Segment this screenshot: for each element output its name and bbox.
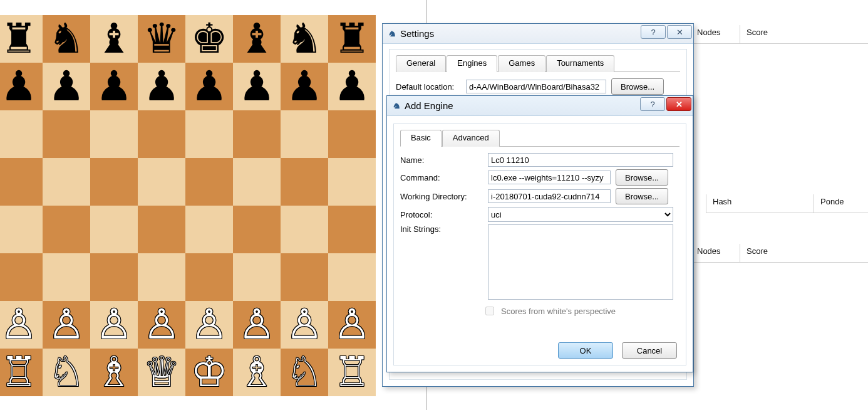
tab-engines[interactable]: Engines	[447, 55, 497, 72]
piece-p[interactable]: ♟	[48, 66, 85, 107]
piece-P[interactable]: ♙	[0, 304, 37, 345]
browse-command-button[interactable]: Browse...	[616, 169, 668, 186]
square-h8[interactable]: ♜	[328, 15, 376, 63]
square-d8[interactable]: ♛	[138, 15, 185, 63]
piece-B[interactable]: ♗	[95, 352, 132, 393]
piece-n[interactable]: ♞	[48, 18, 85, 60]
square-h6[interactable]	[328, 110, 376, 158]
square-f8[interactable]: ♝	[233, 15, 281, 63]
piece-R[interactable]: ♖	[0, 352, 37, 393]
square-f4[interactable]	[233, 206, 281, 253]
piece-P[interactable]: ♙	[238, 304, 275, 345]
browse-workdir-button[interactable]: Browse...	[616, 188, 668, 204]
square-e5[interactable]	[185, 158, 233, 206]
square-d1[interactable]: ♕	[138, 349, 185, 396]
square-d3[interactable]	[138, 253, 185, 301]
column-header-ponder[interactable]: Ponde	[814, 194, 868, 213]
square-e4[interactable]	[185, 206, 233, 253]
piece-b[interactable]: ♝	[95, 18, 132, 60]
column-header-nodes[interactable]: Nodes	[690, 25, 740, 44]
help-button[interactable]: ?	[640, 97, 665, 111]
piece-P[interactable]: ♙	[95, 304, 132, 345]
piece-Q[interactable]: ♕	[143, 352, 180, 393]
browse-default-location-button[interactable]: Browse...	[611, 78, 664, 95]
square-a4[interactable]	[0, 206, 43, 253]
square-e1[interactable]: ♔	[185, 349, 233, 396]
square-h1[interactable]: ♖	[328, 349, 376, 396]
square-g6[interactable]	[281, 110, 328, 158]
square-b2[interactable]: ♙	[43, 301, 90, 349]
square-f3[interactable]	[233, 253, 281, 301]
square-h7[interactable]: ♟	[328, 63, 376, 110]
piece-n[interactable]: ♞	[286, 18, 323, 60]
protocol-select[interactable]: uci	[488, 207, 673, 222]
square-c7[interactable]: ♟	[90, 63, 138, 110]
piece-p[interactable]: ♟	[143, 66, 180, 107]
square-b8[interactable]: ♞	[43, 15, 90, 63]
name-input[interactable]	[488, 153, 673, 167]
piece-K[interactable]: ♔	[190, 352, 227, 393]
square-e3[interactable]	[185, 253, 233, 301]
chessboard[interactable]: ♜♞♝♛♚♝♞♜♟♟♟♟♟♟♟♟♙♙♙♙♙♙♙♙♖♘♗♕♔♗♘♖	[0, 15, 374, 397]
square-c8[interactable]: ♝	[90, 15, 138, 63]
piece-p[interactable]: ♟	[286, 66, 323, 107]
piece-N[interactable]: ♘	[48, 352, 85, 393]
square-h4[interactable]	[328, 206, 376, 253]
piece-N[interactable]: ♘	[286, 352, 323, 393]
square-h2[interactable]: ♙	[328, 301, 376, 349]
square-d5[interactable]	[138, 158, 185, 206]
piece-p[interactable]: ♟	[190, 66, 227, 107]
square-f1[interactable]: ♗	[233, 349, 281, 396]
add-engine-titlebar[interactable]: Add Engine ? ✕	[387, 96, 693, 116]
square-c3[interactable]	[90, 253, 138, 301]
square-g4[interactable]	[281, 206, 328, 253]
square-b3[interactable]	[43, 253, 90, 301]
ok-button[interactable]: OK	[558, 342, 613, 359]
help-button[interactable]: ?	[641, 25, 666, 39]
square-a2[interactable]: ♙	[0, 301, 43, 349]
piece-P[interactable]: ♙	[286, 304, 323, 345]
square-h3[interactable]	[328, 253, 376, 301]
square-e6[interactable]	[185, 110, 233, 158]
square-b4[interactable]	[43, 206, 90, 253]
square-a5[interactable]	[0, 158, 43, 206]
square-c6[interactable]	[90, 110, 138, 158]
piece-p[interactable]: ♟	[95, 66, 132, 107]
piece-R[interactable]: ♖	[333, 352, 370, 393]
square-g8[interactable]: ♞	[281, 15, 328, 63]
tab-games[interactable]: Games	[498, 55, 545, 72]
column-header-score-2[interactable]: Score	[740, 244, 868, 263]
square-h5[interactable]	[328, 158, 376, 206]
square-f5[interactable]	[233, 158, 281, 206]
square-g7[interactable]: ♟	[281, 63, 328, 110]
close-button[interactable]: ✕	[667, 25, 692, 39]
square-b5[interactable]	[43, 158, 90, 206]
square-c2[interactable]: ♙	[90, 301, 138, 349]
tab-advanced[interactable]: Advanced	[442, 130, 500, 147]
square-c4[interactable]	[90, 206, 138, 253]
square-d2[interactable]: ♙	[138, 301, 185, 349]
square-e7[interactable]: ♟	[185, 63, 233, 110]
square-a6[interactable]	[0, 110, 43, 158]
square-g2[interactable]: ♙	[281, 301, 328, 349]
square-a7[interactable]: ♟	[0, 63, 43, 110]
square-a8[interactable]: ♜	[0, 15, 43, 63]
tab-tournaments[interactable]: Tournaments	[546, 55, 614, 72]
square-c1[interactable]: ♗	[90, 349, 138, 396]
square-b7[interactable]: ♟	[43, 63, 90, 110]
piece-P[interactable]: ♙	[190, 304, 227, 345]
square-g1[interactable]: ♘	[281, 349, 328, 396]
square-g5[interactable]	[281, 158, 328, 206]
scores-perspective-checkbox[interactable]	[485, 307, 494, 315]
piece-p[interactable]: ♟	[238, 66, 275, 107]
square-g3[interactable]	[281, 253, 328, 301]
column-header-nodes-2[interactable]: Nodes	[690, 244, 740, 263]
square-c5[interactable]	[90, 158, 138, 206]
square-f6[interactable]	[233, 110, 281, 158]
square-b1[interactable]: ♘	[43, 349, 90, 396]
init-strings-textarea[interactable]	[488, 224, 673, 300]
piece-P[interactable]: ♙	[333, 304, 370, 345]
square-f2[interactable]: ♙	[233, 301, 281, 349]
piece-P[interactable]: ♙	[143, 304, 180, 345]
default-location-input[interactable]	[466, 80, 606, 93]
